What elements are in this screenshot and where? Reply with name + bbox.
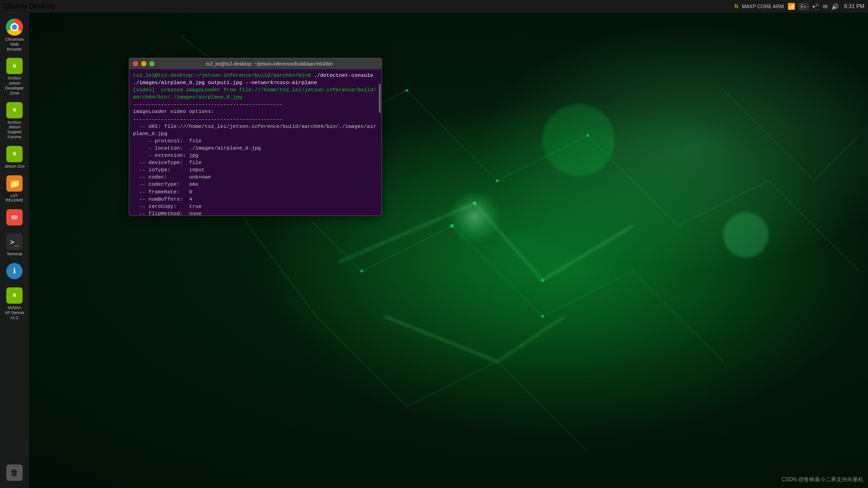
- desktop: Ubuntu Desktop N MAXP CORE ARM 📶 En 📲 ✉ …: [0, 0, 868, 488]
- nvidia-sf-icon: N: [6, 102, 23, 118]
- svg-point-34: [541, 279, 544, 282]
- taskbar: Ubuntu Desktop N MAXP CORE ARM 📶 En 📲 ✉ …: [0, 0, 868, 13]
- term-line-6: -- URI: file:///home/tx2_lei/jetson-infe…: [133, 123, 378, 137]
- sd-icon: SD: [6, 209, 23, 225]
- term-line-9: - extension: jpg: [133, 152, 378, 159]
- volume-icon[interactable]: 🔊: [831, 3, 839, 10]
- window-minimize-button[interactable]: [141, 61, 146, 66]
- term-line-10: -- deviceType: file: [133, 159, 378, 166]
- wifi-icon[interactable]: 📶: [788, 3, 795, 10]
- dock-item-nvidia-dz[interactable]: N NVIDIAJetsonDeveloperZone: [1, 55, 28, 97]
- term-line-3: ----------------------------------------…: [133, 101, 378, 108]
- taskbar-right: N MAXP CORE ARM 📶 En 📲 ✉ 🔊 6:31 PM: [734, 3, 868, 10]
- svg-line-15: [407, 361, 497, 407]
- svg-line-22: [475, 203, 542, 280]
- svg-line-11: [452, 226, 542, 316]
- svg-line-12: [542, 271, 633, 316]
- svg-point-37: [723, 212, 769, 258]
- dock-label-chromium: ChromiumWebBrowser: [5, 37, 24, 52]
- dock-item-nvidia-sf[interactable]: N NVIDIAJetsonSupportForums: [1, 99, 28, 141]
- taskbar-left: Ubuntu Desktop: [0, 2, 56, 10]
- term-line-1: tx2_lei@tx2-desktop:~/jetson-inference/b…: [133, 72, 378, 86]
- dock-label-l4t: L4T-README: [6, 193, 24, 203]
- svg-line-24: [384, 316, 497, 361]
- blue-app-icon: ℹ: [6, 263, 23, 279]
- term-line-2: [video] created imageLoader from file://…: [133, 86, 378, 101]
- svg-line-18: [249, 226, 316, 316]
- term-line-8: - location: ./images/airplane_0.jpg: [133, 145, 378, 152]
- svg-point-33: [473, 202, 476, 205]
- svg-line-8: [769, 181, 859, 271]
- term-line-17: -- flipMethod: none: [133, 210, 378, 216]
- svg-line-20: [814, 136, 859, 181]
- dock-item-l4t[interactable]: 📁 L4T-README: [1, 173, 28, 205]
- dock-item-blue-app[interactable]: ℹ: [1, 260, 28, 283]
- term-prompt-1: tx2_lei@tx2-desktop:~/jetson-inference/b…: [133, 72, 314, 78]
- terminal-body[interactable]: tx2_lei@tx2-desktop:~/jetson-inference/b…: [129, 69, 382, 216]
- l4t-folder-icon: 📁: [6, 175, 23, 192]
- svg-point-36: [542, 104, 615, 176]
- term-line-7: - protocol: file: [133, 137, 378, 145]
- clock: 6:31 PM: [844, 3, 864, 9]
- svg-line-14: [316, 316, 407, 407]
- dock-label-vp-demos: NVIDIAVP Demosv1.2: [5, 305, 24, 320]
- bluetooth-icon[interactable]: 📲: [812, 3, 819, 10]
- window-close-button[interactable]: [133, 61, 138, 66]
- term-line-12: -- codec: unknown: [133, 174, 378, 181]
- dock: ChromiumWebBrowser N NVIDIAJetsonDevelop…: [0, 13, 29, 488]
- dock-item-chromium[interactable]: ChromiumWebBrowser: [1, 16, 28, 53]
- term-line-4: imageLoader video options:: [133, 108, 378, 115]
- term-line-5: ----------------------------------------…: [133, 116, 378, 123]
- maxp-label: MAXP CORE ARM: [742, 4, 784, 9]
- svg-point-28: [496, 179, 499, 182]
- svg-point-30: [360, 270, 363, 272]
- dock-item-terminal[interactable]: >_ Terminal: [1, 231, 28, 258]
- svg-line-10: [362, 226, 452, 271]
- terminal-title: tx2_lei@tx2-desktop: ~/jetson-inference/…: [161, 61, 378, 66]
- trash-icon: 🗑: [6, 465, 23, 481]
- dock-item-vp-demos[interactable]: N NVIDIAVP Demosv1.2: [1, 285, 28, 322]
- dock-item-jetson-zoo[interactable]: N Jetson Zoo: [1, 143, 28, 171]
- svg-line-6: [588, 136, 678, 226]
- chromium-icon: [5, 18, 24, 36]
- vp-demos-icon: N: [6, 287, 23, 304]
- mail-icon[interactable]: ✉: [823, 3, 828, 10]
- nvidia-dz-icon: N: [6, 58, 23, 74]
- svg-point-32: [541, 315, 544, 318]
- taskbar-desktop-label: Ubuntu Desktop: [4, 2, 56, 10]
- svg-point-35: [448, 190, 502, 244]
- svg-line-16: [497, 361, 588, 452]
- lang-indicator[interactable]: En: [799, 3, 808, 9]
- svg-line-23: [542, 226, 633, 280]
- terminal-window[interactable]: tx2_lei@tx2-desktop: ~/jetson-inference/…: [129, 58, 382, 216]
- dock-item-trash[interactable]: 🗑: [1, 462, 28, 484]
- svg-point-29: [586, 134, 589, 137]
- svg-line-13: [633, 271, 723, 361]
- terminal-scrollbar[interactable]: [379, 84, 381, 113]
- svg-line-4: [407, 90, 497, 181]
- dock-label-jetson-zoo: Jetson Zoo: [5, 164, 25, 169]
- svg-point-27: [406, 89, 408, 92]
- dock-label-nvidia-sf: NVIDIAJetsonSupportForums: [7, 120, 22, 140]
- term-line-14: -- frameRate: 0: [133, 188, 378, 196]
- term-line-15: -- numBuffers: 4: [133, 196, 378, 203]
- watermark-text: CSDN @鲁棒最小二乘支持向量机: [781, 476, 863, 483]
- dock-item-sd[interactable]: SD: [1, 206, 28, 229]
- svg-line-7: [678, 181, 769, 226]
- dock-label-terminal: Terminal: [7, 252, 22, 257]
- dock-label-nvidia-dz: NVIDIAJetsonDeveloperZone: [5, 76, 24, 95]
- svg-line-19: [723, 90, 814, 181]
- terminal-icon: >_: [6, 234, 23, 250]
- watermark: CSDN @鲁棒最小二乘支持向量机: [781, 476, 863, 483]
- terminal-titlebar: tx2_lei@tx2-desktop: ~/jetson-inference/…: [129, 58, 382, 69]
- svg-point-31: [450, 224, 454, 228]
- term-line-11: -- ioType: input: [133, 166, 378, 174]
- nvidia-tray-icon[interactable]: N: [734, 3, 738, 9]
- svg-line-5: [497, 136, 588, 181]
- svg-line-25: [497, 316, 565, 361]
- window-maximize-button[interactable]: [149, 61, 155, 66]
- term-line-16: -- zeroCopy: true: [133, 203, 378, 210]
- term-line-13: -- codecType: omx: [133, 181, 378, 188]
- jetson-zoo-icon: N: [6, 146, 23, 162]
